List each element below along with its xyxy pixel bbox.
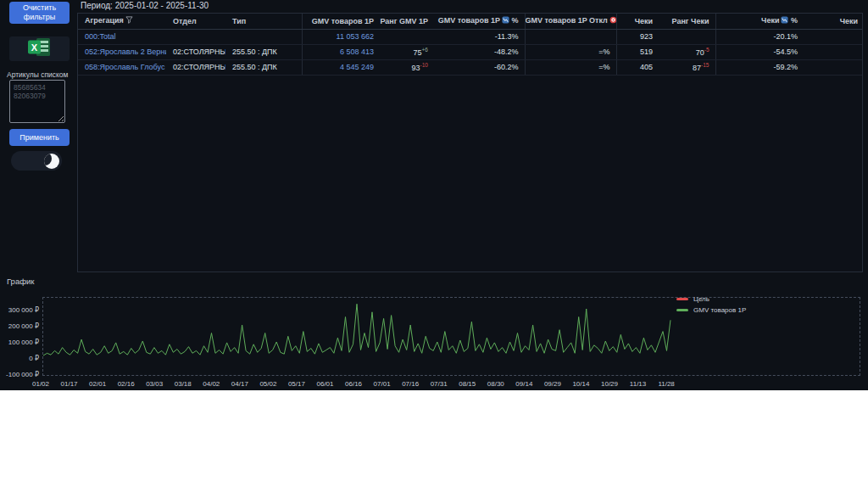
col-header-suffix: % — [509, 16, 519, 25]
cell-rank_gmv: 93-10 — [380, 59, 434, 75]
cell-tip: 255.50 : ДПК — [225, 59, 302, 75]
col-header-label: GMV товаров 1P — [312, 17, 374, 25]
x-axis-tick: 06/01 — [316, 380, 333, 388]
cell-cheki: 405 — [616, 59, 659, 75]
cell-cheki: 923 — [616, 29, 659, 44]
cell-rank_cheki — [659, 29, 715, 44]
cell-gmv: 11 053 662 — [302, 29, 380, 44]
apply-button[interactable]: Применить — [9, 129, 70, 146]
col-header-tip[interactable]: Тип — [225, 14, 302, 29]
gmv-value-link[interactable]: 4 545 249 — [340, 63, 374, 71]
cell-rank_gmv — [380, 29, 434, 44]
rank-delta: +6 — [422, 47, 428, 53]
x-axis-tick: 04/02 — [203, 380, 220, 388]
table-header-row: АгрегацияОтделТипGMV товаров 1PРанг GMV … — [78, 14, 863, 29]
gmv-value-link[interactable]: 11 053 662 — [337, 32, 374, 41]
x-axis-tick: 10/14 — [572, 380, 589, 388]
cell-gmv: 4 545 249 — [302, 59, 380, 75]
col-header-agg[interactable]: Агрегация — [78, 14, 166, 29]
x-axis-tick: 05/17 — [288, 380, 305, 388]
col-header-label: Отдел — [173, 17, 197, 25]
legend-marker-icon — [676, 298, 688, 300]
x-axis-tick: 07/16 — [402, 380, 419, 388]
cell-rank_cheki: 70-5 — [659, 44, 715, 59]
col-header-gmv_pct[interactable]: GMV товаров 1P % — [434, 14, 525, 29]
articles-input[interactable] — [9, 80, 65, 123]
gmv-series-line — [43, 304, 670, 355]
cell-last — [804, 29, 863, 44]
x-axis-tick: 06/16 — [345, 380, 362, 388]
results-table: АгрегацияОтделТипGMV товаров 1PРанг GMV … — [78, 14, 863, 76]
x-axis-tick: 02/16 — [118, 380, 135, 388]
x-axis-tick: 05/02 — [259, 380, 276, 388]
legend-marker-icon — [676, 309, 688, 311]
cell-rank_gmv: 75+6 — [380, 44, 434, 59]
moon-icon — [44, 154, 59, 169]
aggregation-link[interactable]: 052:Ярославль 2 Вернис... — [85, 48, 166, 56]
articles-list-label: Артикулы списком — [7, 70, 68, 79]
chart-icon — [502, 16, 509, 25]
excel-export-button[interactable]: X — [9, 36, 70, 61]
col-header-label: Чеки — [761, 16, 779, 25]
rank-delta: -5 — [704, 47, 709, 53]
aggregation-link[interactable]: 058:Ярославль Глобус — [85, 63, 164, 71]
cell-cheki_pct: -54.5% — [715, 44, 804, 59]
col-header-label: Ранг Чеки — [672, 17, 709, 25]
legend-label: Цель — [693, 295, 709, 303]
cell-gmv_pct: -48.2% — [434, 44, 525, 59]
col-header-cheki[interactable]: Чеки — [616, 14, 659, 29]
table-row: 000:Total11 053 662-11.3%923-20.1% — [78, 29, 863, 44]
x-axis-tick: 01/17 — [61, 380, 78, 388]
col-header-gmv[interactable]: GMV товаров 1P — [302, 14, 380, 29]
rank-delta: -10 — [420, 62, 428, 68]
x-axis-tick: 08/15 — [459, 380, 476, 388]
theme-toggle[interactable] — [11, 151, 62, 171]
cell-tip — [225, 29, 302, 44]
x-axis-tick: 07/01 — [374, 380, 391, 388]
col-header-label: Чеки — [635, 17, 653, 25]
cell-otkl: =% — [525, 59, 616, 75]
cell-gmv: 6 508 413 — [302, 44, 380, 59]
y-axis-tick: 100 000 ₽ — [0, 339, 39, 346]
cell-otkl: =% — [525, 44, 616, 59]
col-header-cheki_pct[interactable]: Чеки % — [715, 14, 804, 29]
table-row: 058:Ярославль Глобус02:СТОЛЯРНЫ...255.50… — [78, 59, 863, 75]
col-header-otkl[interactable]: GMV товаров 1P Откл % — [525, 14, 616, 29]
aggregation-link[interactable]: 000:Total — [85, 32, 116, 41]
table-row: 052:Ярославль 2 Вернис...02:СТОЛЯРНЫ...2… — [78, 44, 863, 59]
period-label: Период: 2025-01-02 - 2025-11-30 — [81, 1, 209, 10]
cell-otdel: 02:СТОЛЯРНЫ... — [166, 44, 225, 59]
x-axis-tick: 03/18 — [175, 380, 192, 388]
legend-item[interactable]: GMV товаров 1P — [676, 305, 746, 316]
excel-icon: X — [28, 37, 51, 60]
x-axis-tick: 07/31 — [431, 380, 448, 388]
x-axis-tick: 03/03 — [146, 380, 163, 388]
cell-agg: 058:Ярославль Глобус — [78, 59, 166, 75]
col-header-label: Чеки — [840, 17, 858, 25]
clear-filters-button[interactable]: Очистить фильтры — [9, 2, 70, 24]
dashboard-app: Очистить фильтры X Артикулы списком Прим… — [0, 0, 868, 390]
col-header-label: GMV товаров 1P Откл — [526, 16, 608, 25]
col-header-otdel[interactable]: Отдел — [166, 14, 225, 29]
cell-otkl — [525, 29, 616, 44]
col-header-last[interactable]: Чеки — [804, 14, 863, 29]
x-axis-tick: 02/01 — [89, 380, 106, 388]
cell-agg: 000:Total — [78, 29, 166, 44]
col-header-label: Ранг GMV 1P — [380, 17, 428, 25]
y-axis-tick: 200 000 ₽ — [0, 322, 39, 330]
legend-item[interactable]: Цель — [676, 294, 746, 305]
cell-cheki_pct: -59.2% — [715, 59, 804, 75]
chart-region: 300 000 ₽200 000 ₽100 000 ₽0 ₽-100 000 ₽… — [0, 288, 868, 390]
y-axis-tick: 0 ₽ — [0, 355, 39, 362]
cell-cheki: 519 — [616, 44, 659, 59]
col-header-rank_gmv[interactable]: Ранг GMV 1P — [380, 14, 434, 29]
gmv-value-link[interactable]: 6 508 413 — [340, 48, 374, 56]
cell-tip: 255.50 : ДПК — [225, 44, 302, 59]
col-header-label: GMV товаров 1P — [438, 16, 500, 25]
col-header-label: Агрегация — [85, 16, 124, 25]
cell-cheki_pct: -20.1% — [715, 29, 804, 44]
cell-last — [804, 59, 863, 75]
x-axis-tick: 10/29 — [601, 380, 618, 388]
col-header-rank_cheki[interactable]: Ранг Чеки — [659, 14, 715, 29]
cell-rank_cheki: 87-15 — [659, 59, 715, 75]
